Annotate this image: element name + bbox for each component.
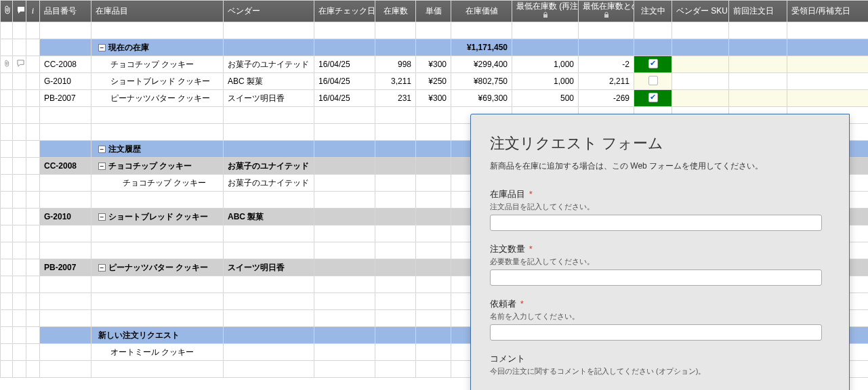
col-item-name[interactable]: 在庫品目: [91, 1, 224, 22]
table-row[interactable]: PB-2007 ピーナッツバター クッキー スイーツ明日香 16/04/25 2…: [1, 90, 869, 107]
form-title: 注文リクエスト フォーム: [490, 133, 830, 154]
table-row[interactable]: CC-2008 チョコチップ クッキー お菓子のユナイテッド 16/04/25 …: [1, 56, 869, 73]
cell-vendor: お菓子のユナイテッド: [224, 56, 314, 73]
ordering-checkbox[interactable]: [648, 93, 658, 102]
col-value[interactable]: 在庫価値: [451, 1, 512, 22]
collapse-icon[interactable]: −: [98, 44, 106, 51]
collapse-icon[interactable]: −: [98, 213, 106, 221]
label-qty: 注文数量 *: [490, 243, 830, 255]
info-icon: i: [32, 6, 34, 16]
label-requester: 依頼者 *: [490, 298, 830, 310]
collapse-icon[interactable]: −: [98, 146, 106, 153]
col-ordering[interactable]: 注文中: [634, 1, 672, 22]
section-label: 現在の在庫: [108, 43, 149, 52]
lock-icon: [603, 12, 610, 18]
input-qty[interactable]: [490, 269, 822, 286]
cell-item-no: CC-2008: [40, 56, 91, 73]
hint-item: 注文品目を記入してください。: [490, 202, 830, 212]
ordering-checkbox[interactable]: [648, 76, 658, 85]
collapse-icon[interactable]: −: [98, 264, 106, 272]
label-item: 在庫品目 *: [490, 188, 830, 200]
col-unit-price[interactable]: 単価: [416, 1, 451, 22]
header-row: i 品目番号 在庫品目 ベンダー 在庫チェック日 在庫数 単価 在庫価値 最低在…: [1, 1, 869, 22]
cell-name: チョコチップ クッキー: [91, 56, 224, 73]
order-request-form: 注文リクエスト フォーム 新商品を在庫に追加する場合は、この Web フォームを…: [470, 114, 850, 390]
ordering-checkbox[interactable]: [648, 59, 658, 68]
section-current-stock[interactable]: −現在の在庫 ¥1,171,450: [1, 39, 869, 56]
paperclip-icon: [5, 60, 10, 70]
col-last-order[interactable]: 前回注文日: [729, 1, 787, 22]
col-item-no[interactable]: 品目番号: [40, 1, 91, 22]
form-lead: 新商品を在庫に追加する場合は、この Web フォームを使用してください。: [490, 160, 830, 172]
col-receipt[interactable]: 受領日/再補充日: [787, 1, 869, 22]
table-row[interactable]: G-2010 ショートブレッド クッキー ABC 製菓 16/04/25 3,2…: [1, 73, 869, 90]
collapse-icon[interactable]: −: [98, 162, 106, 170]
label-comment: コメント: [490, 353, 830, 365]
speech-bubble-icon: [17, 60, 24, 69]
paperclip-icon: [5, 7, 12, 17]
col-reorder[interactable]: 最低在庫数 (再注文レベル): [512, 1, 579, 22]
input-item[interactable]: [490, 215, 822, 231]
svg-rect-0: [543, 14, 547, 18]
lock-icon: [542, 12, 549, 18]
input-requester[interactable]: [490, 324, 822, 341]
hint-requester: 名前を入力してください。: [490, 311, 830, 322]
col-diff[interactable]: 最低在庫数との差: [579, 1, 634, 22]
hint-comment: 今回の注文に関するコメントを記入してください (オプション)。: [490, 366, 830, 376]
col-comment[interactable]: [13, 1, 26, 22]
col-vendor[interactable]: ベンダー: [224, 1, 314, 22]
col-check-date[interactable]: 在庫チェック日: [314, 1, 375, 22]
col-info[interactable]: i: [26, 1, 40, 22]
cell-date: 16/04/25: [314, 56, 375, 73]
speech-bubble-icon: [17, 7, 25, 16]
col-vendor-sku[interactable]: ベンダー SKU: [672, 1, 729, 22]
col-qty[interactable]: 在庫数: [375, 1, 416, 22]
total-value: ¥1,171,450: [451, 39, 512, 56]
hint-qty: 必要数量を記入してください。: [490, 257, 830, 267]
svg-rect-1: [604, 14, 608, 18]
col-attachment[interactable]: [1, 1, 13, 22]
